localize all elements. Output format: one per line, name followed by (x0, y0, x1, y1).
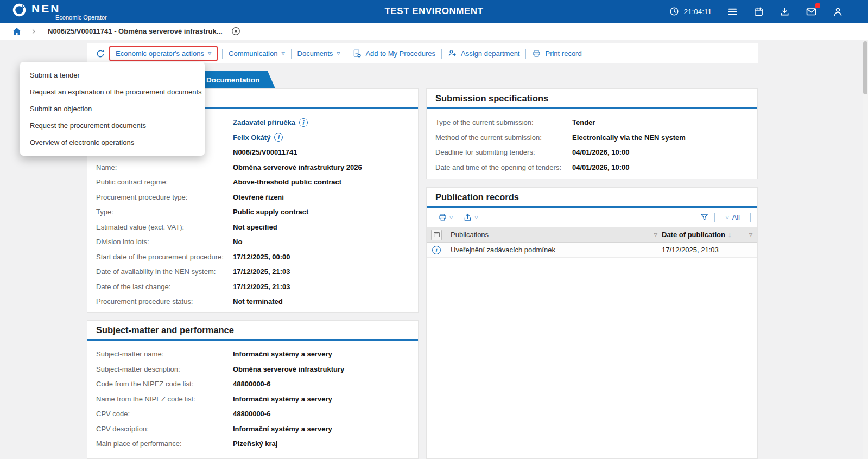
field-label: Code from the NIPEZ code list: (96, 380, 233, 388)
publication-records-card: Publication records ▽ ▽ ▽ All (426, 187, 758, 459)
toolbar-separator (750, 213, 751, 222)
field-value: 48800000-6 (233, 410, 270, 418)
tab-documentation[interactable]: Documentation (198, 71, 275, 88)
column-header-publications[interactable]: Publications ▽ (446, 231, 662, 239)
field-row: Subject-matter description: Obměna serve… (96, 362, 409, 377)
scrollbar-thumb[interactable] (863, 41, 867, 94)
mail-icon[interactable] (806, 7, 817, 17)
print-table-button[interactable]: ▽ (433, 213, 458, 222)
add-to-my-procedures-button[interactable]: Add to My Procedures (346, 49, 441, 58)
printer-icon (532, 49, 541, 58)
field-row: Procurement procedure type: Otevřené říz… (96, 190, 409, 205)
field-label: CPV code: (96, 410, 233, 418)
field-label: Date of availability in the NEN system: (96, 267, 233, 276)
field-value-link[interactable]: Felix Okátý i (233, 133, 283, 142)
export-table-button[interactable]: ▽ (458, 213, 483, 222)
field-row: Division into lots: No (96, 234, 409, 250)
close-breadcrumb-icon[interactable] (231, 27, 240, 36)
tab-documentation-label: Documentation (206, 76, 259, 84)
field-value: Informační systémy a servery (233, 350, 332, 358)
field-label: Public contract regime: (96, 178, 233, 186)
section-title: Submission specifications (427, 89, 757, 109)
field-row: Procurement procedure status: Not termin… (96, 294, 409, 309)
field-row: Name from the NIPEZ code list: Informačn… (96, 392, 409, 407)
menu-item-request-explanation[interactable]: Request an explanation of the procuremen… (20, 84, 205, 100)
communication-button[interactable]: Communication ▽ (223, 49, 290, 58)
nen-logo-icon (12, 3, 27, 17)
field-row: Type of the current submission: Tender (435, 115, 749, 130)
menu-item-request-documents[interactable]: Request the procurement documents (20, 117, 205, 134)
field-row: Type: Public supply contract (96, 205, 409, 220)
caret-down-icon[interactable]: ▽ (749, 232, 752, 237)
submission-specifications-card: Submission specifications Type of the cu… (426, 88, 758, 179)
print-record-button[interactable]: Print record (526, 49, 587, 58)
field-label: Method of the current submission: (435, 133, 572, 142)
session-clock: 21:04:11 (669, 7, 712, 16)
print-record-label: Print record (545, 49, 581, 58)
field-row: CPV description: Informační systémy a se… (96, 422, 409, 437)
column-header-date[interactable]: Date of publication ↓ (662, 231, 744, 239)
field-row: Start date of the procurement procedure:… (96, 250, 409, 265)
info-icon[interactable]: i (274, 133, 283, 142)
field-label: Subject-matter name: (96, 350, 233, 358)
caret-down-icon: ▽ (208, 52, 211, 56)
nen-logo[interactable]: NEN Economic Operator (0, 3, 107, 21)
breadcrumb-title[interactable]: N006/25/V00011741 - Obměna serverové inf… (48, 27, 223, 35)
calendar-icon[interactable] (753, 7, 764, 17)
communication-label: Communication (229, 49, 277, 58)
field-row: CPV code: 48800000-6 (96, 406, 409, 422)
field-label: Name: (96, 163, 233, 171)
home-icon[interactable] (12, 27, 22, 36)
toolbar-separator (588, 49, 588, 59)
brand-name: NEN (31, 3, 107, 14)
sort-descending-icon[interactable]: ↓ (728, 231, 732, 239)
field-label: Date of the last change: (96, 283, 233, 291)
user-profile-icon[interactable] (833, 7, 843, 17)
publication-table-row[interactable]: i Uveřejnění zadávacích podmínek 17/12/2… (427, 243, 757, 258)
clock-time: 21:04:11 (683, 8, 712, 16)
field-value: Public supply contract (233, 208, 308, 216)
menu-hamburger-icon[interactable] (727, 7, 738, 17)
section-title: Publication records (427, 188, 757, 208)
history-icon[interactable] (96, 49, 105, 59)
economic-operators-actions-button[interactable]: Economic operator's actions ▽ (109, 46, 218, 61)
section-title: Subject-matter and performance (87, 321, 418, 341)
menu-item-submit-tender[interactable]: Submit a tender (20, 67, 205, 84)
info-icon[interactable]: i (299, 118, 308, 127)
export-icon (463, 213, 472, 222)
field-row: Code from the NIPEZ code list: 48800000-… (96, 377, 409, 392)
economic-operators-actions-label: Economic operator's actions (116, 49, 204, 58)
row-info-icon[interactable]: i (432, 246, 441, 254)
field-row: Main place of performance: Plzeňský kraj (96, 436, 409, 451)
field-row: Deadline for submitting tenders: 04/01/2… (435, 145, 749, 160)
publication-name-cell: Uveřejnění zadávacích podmínek (446, 246, 662, 254)
field-row: Name: Obměna serverové infrastruktury 20… (96, 160, 409, 175)
field-label: Date and time of the opening of tenders: (435, 163, 572, 171)
filter-all-button[interactable]: ▽ All (720, 213, 745, 221)
field-value: Plzeňský kraj (233, 439, 277, 448)
field-value: Tender (572, 118, 595, 126)
filter-icon[interactable] (700, 213, 709, 222)
documents-button[interactable]: Documents ▽ (292, 49, 346, 58)
download-icon[interactable] (780, 7, 790, 17)
menu-item-submit-objection[interactable]: Submit an objection (20, 100, 205, 117)
vertical-scrollbar[interactable] (863, 40, 868, 459)
field-value: 04/01/2026, 10:00 (572, 148, 630, 156)
field-value: 48800000-6 (233, 380, 270, 388)
printer-icon (438, 213, 447, 222)
assign-department-button[interactable]: Assign department (442, 49, 525, 58)
field-label: Division into lots: (96, 238, 233, 246)
field-row: Date of availability in the NEN system: … (96, 264, 409, 279)
field-value: Electronically via the NEN system (572, 133, 686, 142)
field-row: Estimated value (excl. VAT): Not specifi… (96, 220, 409, 235)
detail-view-icon[interactable] (431, 229, 442, 240)
field-value: Obměna serverové infrastruktury (233, 365, 344, 373)
documents-label: Documents (297, 49, 333, 58)
action-toolbar: Economic operator's actions ▽ Communicat… (87, 43, 758, 63)
field-value: Otevřené řízení (233, 193, 284, 201)
caret-down-icon[interactable]: ▽ (654, 232, 657, 237)
menu-item-overview-operations[interactable]: Overview of electronic operations (20, 134, 205, 151)
field-value-link[interactable]: Zadavatel příručka i (233, 118, 308, 127)
clock-icon (669, 7, 679, 16)
field-row: Public contract regime: Above-threshold … (96, 175, 409, 190)
